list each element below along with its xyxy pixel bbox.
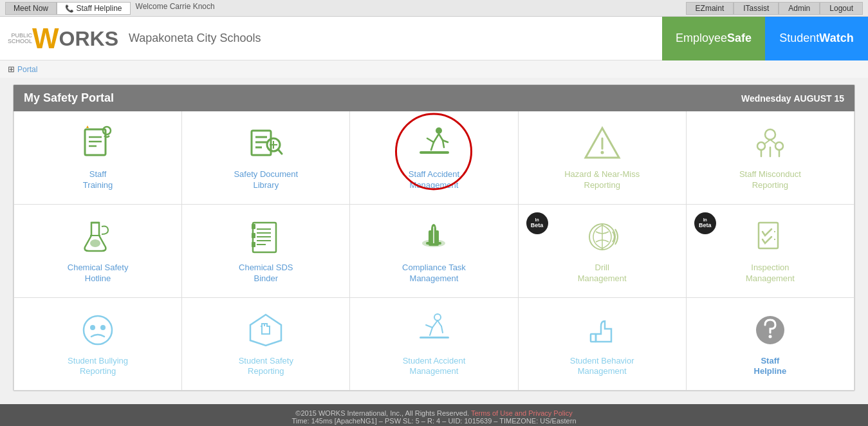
- grid-cell-hazard-near-miss[interactable]: Hazard & Near-MissReporting: [519, 111, 687, 205]
- staff-helpline-icon: [751, 311, 790, 349]
- footer-server-info: Time: 145ms [ApacheNG1] – PSW SL: 5 – R:…: [5, 417, 863, 425]
- logo-school: SCHOOL: [8, 39, 32, 44]
- svg-line-28: [765, 140, 770, 144]
- svg-rect-21: [420, 151, 449, 154]
- footer-copyright: ©2015 WORKS International, Inc., All Rig…: [5, 409, 863, 417]
- chemical-sds-binder-icon: [246, 218, 285, 256]
- staff-helpline-portal-label: StaffHelpline: [754, 356, 787, 378]
- itassist-button[interactable]: ITassist: [734, 2, 779, 15]
- top-nav: Meet Now 📞 Staff Helpline Welcome Carrie…: [0, 0, 868, 17]
- staff-helpline-button[interactable]: 📞 Staff Helpline: [57, 2, 131, 15]
- grid-cell-inspection-management[interactable]: In Beta InspectionManagement: [687, 205, 854, 298]
- svg-rect-43: [252, 233, 255, 238]
- svg-line-15: [434, 134, 439, 142]
- svg-point-55: [90, 325, 95, 330]
- grid-cell-compliance-task-management[interactable]: Compliance TaskManagement: [350, 205, 518, 298]
- portal-title: My Safety Portal: [24, 91, 114, 105]
- svg-rect-44: [252, 242, 255, 247]
- student-accident-management-icon: [414, 311, 453, 349]
- grid-cell-student-accident-management[interactable]: Student AccidentManagement: [350, 298, 518, 391]
- svg-line-29: [770, 140, 775, 144]
- header: PUBLIC SCHOOL W ORKS Wapakoneta City Sch…: [0, 17, 868, 60]
- svg-rect-42: [252, 224, 255, 229]
- portal-header: My Safety Portal Wednesday AUGUST 15: [14, 85, 854, 111]
- svg-point-70: [768, 335, 771, 338]
- admin-button[interactable]: Admin: [779, 2, 820, 15]
- inspection-management-icon: [751, 218, 790, 256]
- footer: ©2015 WORKS International, Inc., All Rig…: [0, 404, 868, 426]
- grid-cell-student-behavior-management[interactable]: Student BehaviorManagement: [519, 298, 687, 391]
- grid-cell-student-safety-reporting[interactable]: Student SafetyReporting: [182, 298, 350, 391]
- svg-point-26: [757, 142, 765, 150]
- staff-accident-management-icon: [414, 124, 453, 163]
- chemical-sds-binder-label: Chemical SDSBinder: [239, 263, 293, 284]
- safety-document-library-label: Safety DocumentLibrary: [234, 169, 298, 191]
- student-bullying-reporting-icon: [78, 311, 117, 349]
- svg-point-24: [600, 151, 604, 154]
- staff-misconduct-reporting-icon: [751, 124, 790, 163]
- portal-date: Wednesday AUGUST 15: [741, 93, 844, 104]
- svg-line-62: [432, 320, 438, 328]
- student-label: Student: [779, 32, 819, 45]
- svg-marker-4: [86, 125, 89, 128]
- staff-misconduct-reporting-label: Staff MisconductReporting: [739, 169, 801, 191]
- student-safety-reporting-icon: [246, 311, 285, 349]
- compliance-task-management-label: Compliance TaskManagement: [402, 263, 466, 284]
- staff-training-label: StaffTraining: [83, 169, 113, 191]
- breadcrumb-label[interactable]: Portal: [17, 65, 37, 74]
- svg-line-17: [439, 134, 443, 140]
- chemical-safety-hotline-icon: [78, 218, 117, 256]
- drill-management-icon: [583, 218, 622, 256]
- welcome-text: Welcome Carrie Knoch: [136, 2, 215, 15]
- student-behavior-management-label: Student BehaviorManagement: [570, 356, 634, 378]
- svg-rect-68: [591, 334, 596, 342]
- watch-label: Watch: [819, 32, 853, 45]
- svg-line-19: [431, 142, 434, 150]
- logo-w: W: [32, 24, 59, 53]
- header-right: EmployeeSafe StudentWatch: [662, 17, 868, 60]
- top-nav-left: Meet Now 📞 Staff Helpline Welcome Carrie…: [5, 2, 215, 15]
- svg-line-65: [430, 328, 432, 335]
- svg-point-56: [100, 325, 106, 330]
- svg-point-14: [436, 127, 442, 134]
- student-behavior-management-icon: [583, 311, 622, 349]
- grid-cell-drill-management[interactable]: In Beta DrillManagement: [519, 205, 687, 298]
- drill-management-label: DrillManagement: [578, 263, 627, 284]
- hazard-near-miss-icon: [583, 124, 622, 163]
- grid-cell-staff-accident-management[interactable]: Staff AccidentManagement: [350, 111, 518, 205]
- grid-cell-staff-training[interactable]: StaffTraining: [14, 111, 182, 205]
- student-accident-management-label: Student AccidentManagement: [403, 356, 466, 378]
- svg-line-64: [438, 320, 441, 326]
- employee-safe-button[interactable]: EmployeeSafe: [662, 17, 765, 60]
- grid-cell-chemical-safety-hotline[interactable]: Chemical SafetyHotline: [14, 205, 182, 298]
- logo-area: PUBLIC SCHOOL W ORKS Wapakoneta City Sch…: [8, 24, 261, 53]
- grid-cell-staff-misconduct-reporting[interactable]: Staff MisconductReporting: [687, 111, 854, 205]
- svg-point-5: [103, 127, 111, 134]
- grid-icon: ⊞: [8, 64, 15, 74]
- grid-cell-student-bullying-reporting[interactable]: Student BullyingReporting: [14, 298, 182, 391]
- breadcrumb: ⊞ Portal: [0, 60, 868, 78]
- svg-line-16: [427, 138, 434, 142]
- svg-point-25: [765, 129, 775, 140]
- phone-icon: 📞: [65, 5, 74, 12]
- inspection-management-beta-badge: In Beta: [694, 212, 716, 234]
- grid-cell-safety-document-library[interactable]: Safety DocumentLibrary: [182, 111, 350, 205]
- svg-rect-67: [420, 337, 449, 338]
- student-safety-reporting-label: Student SafetyReporting: [239, 356, 293, 378]
- inspection-management-label: InspectionManagement: [746, 263, 795, 284]
- top-nav-right: EZmaint ITassist Admin Logout: [686, 2, 863, 15]
- meet-now-button[interactable]: Meet Now: [5, 2, 57, 15]
- student-watch-button[interactable]: StudentWatch: [765, 17, 868, 60]
- student-bullying-reporting-label: Student BullyingReporting: [68, 356, 128, 378]
- logout-button[interactable]: Logout: [820, 2, 863, 15]
- portal-box: My Safety Portal Wednesday AUGUST 15: [13, 84, 855, 391]
- staff-accident-management-label: Staff AccidentManagement: [409, 169, 459, 191]
- svg-line-63: [426, 325, 432, 328]
- main-content: My Safety Portal Wednesday AUGUST 15: [0, 78, 868, 398]
- grid-cell-chemical-sds-binder[interactable]: Chemical SDSBinder: [182, 205, 350, 298]
- compliance-task-management-icon: [414, 218, 453, 256]
- ezmaint-button[interactable]: EZmaint: [686, 2, 734, 15]
- footer-terms-link[interactable]: Terms of Use and Privacy Policy: [471, 409, 573, 417]
- grid-cell-staff-helpline-portal[interactable]: StaffHelpline: [687, 298, 854, 391]
- svg-line-66: [441, 326, 443, 333]
